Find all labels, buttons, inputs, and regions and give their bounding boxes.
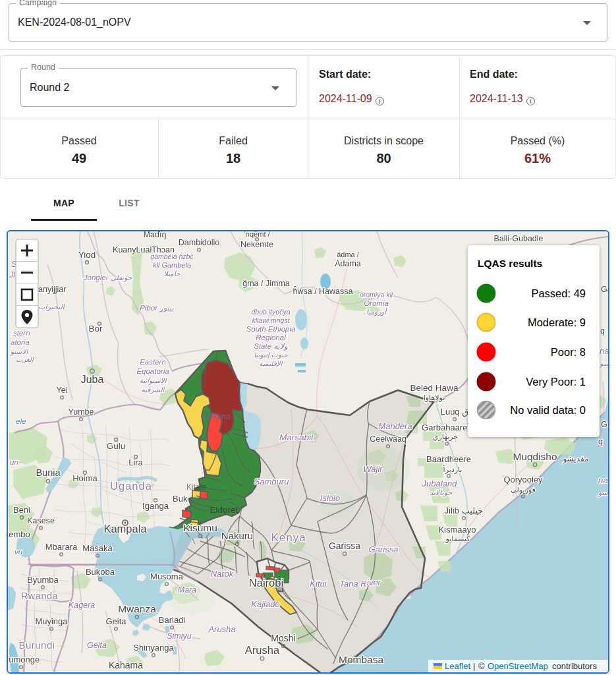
svg-text:Yumbe: Yumbe [69,407,94,417]
svg-text:البحيرات: البحيرات [38,303,66,311]
svg-text:Mwanza: Mwanza [118,603,156,614]
svg-text:Mbarara: Mbarara [45,542,78,552]
svg-text:Jubaland: Jubaland [422,479,458,488]
svg-text:مقديشو: مقديشو [562,454,588,464]
svg-text:بولاهاوا: بولاهاوا [424,394,445,402]
svg-text:الإفليمية: الإفليمية [259,359,283,368]
svg-text:Garissa: Garissa [329,541,360,551]
svg-text:iver: iver [367,577,381,587]
svg-text:naa: naa [600,346,608,356]
svg-text:Passed: 49: Passed: 49 [531,287,586,299]
svg-text:Iganga: Iganga [142,501,169,511]
svg-text:Wajir: Wajir [363,464,383,474]
svg-text:Turkana: Turkana [202,412,230,421]
svg-text:Narok: Narok [211,569,235,579]
svg-text:Nairobi: Nairobi [249,577,283,589]
svg-text:Nekemte: Nekemte [240,240,273,249]
svg-text:Jonglei: Jonglei [83,274,108,281]
svg-text:No valid data: 0: No valid data: 0 [510,404,586,416]
svg-text:Arusha: Arusha [208,624,235,634]
svg-text:جنوب إثيوبيا: جنوب إثيوبيا [254,351,288,359]
svg-text:LQAS results: LQAS results [478,258,542,269]
svg-text:Garissa: Garissa [369,544,399,554]
svg-text:Kasese: Kasese [27,516,55,525]
svg-text:Madïŋ: Madïŋ [144,231,167,239]
svg-text:Rumonge: Rumonge [8,655,40,664]
svg-text:|: | [473,661,475,671]
svg-text:Equatoria: Equatoria [136,367,169,375]
svg-text:ĥwsa / Hawassa: ĥwsa / Hawassa [293,286,352,296]
svg-text:Lira: Lira [128,457,143,467]
svg-text:Bukoba: Bukoba [86,567,115,577]
svg-text:contributors: contributors [552,661,597,671]
svg-text:Dambidollo: Dambidollo [179,238,220,247]
svg-text:Regional: Regional [256,334,286,341]
svg-text:ğma / Jimma: ğma / Jimma [242,279,290,288]
svg-text:Yei: Yei [57,386,68,395]
svg-text:Mandera: Mandera [378,421,412,431]
svg-text:Kitui: Kitui [310,579,327,589]
svg-text:Uganda: Uganda [110,480,152,492]
svg-text:ädma /: ädma / [337,250,360,258]
svg-text:Nakuru: Nakuru [221,530,253,541]
svg-text:South Ethiopia: South Ethiopia [246,325,296,333]
svg-text:جوبالاند: جوبالاند [430,488,452,497]
svg-text:Kahama: Kahama [109,660,143,670]
svg-text:حامبلا: حامبلا [164,270,181,278]
svg-text:Geita: Geita [105,616,126,626]
svg-text:سو: سو [598,359,608,368]
svg-text:Qoryooley: Qoryooley [503,475,543,484]
svg-text:Hoima: Hoima [72,473,98,483]
svg-text:Bariadi: Bariadi [159,615,186,625]
svg-text:Ceelwaaq: Ceelwaaq [370,434,406,444]
svg-text:Kajiado: Kajiado [251,599,279,609]
svg-text:Yiod: Yiod [78,250,96,260]
svg-text:Leaflet: Leaflet [445,661,470,671]
svg-text:Bunia: Bunia [36,467,61,478]
svg-text:q: q [598,437,603,446]
svg-text:utembo: utembo [8,529,30,539]
svg-text:vu: vu [14,548,23,556]
svg-text:oromiya kll: oromiya kll [360,291,393,299]
svg-text:الاستوائية: الاستوائية [140,376,167,385]
svg-text:G.: G. [601,420,608,429]
svg-text:naa: naa [598,475,608,485]
svg-text:Muqdisho: Muqdisho [513,451,557,462]
svg-text:Adama: Adama [335,259,361,268]
svg-text:dbub ityočya: dbub ityočya [252,308,291,316]
svg-text:أوروميا: أوروميا [366,307,387,316]
svg-text:جونفلى: جونفلى [111,274,132,282]
svg-text:Oromia: Oromia [364,299,389,307]
svg-text:Gulu: Gulu [107,441,126,451]
svg-text:q: q [600,326,605,336]
svg-text:Rwanda: Rwanda [21,591,59,601]
svg-text:anyijjiar: anyijjiar [38,285,66,294]
svg-text:gämbéla ĥzbč: gämbéla ĥzbč [150,252,194,260]
svg-text:OpenStreetMap: OpenStreetMap [488,661,548,671]
svg-text:©: © [478,661,485,671]
svg-text:الشرقية: الشرقية [141,386,165,394]
svg-text:ʼnqëmt /: ʼnqëmt / [244,231,270,238]
svg-text:Kitale: Kitale [186,483,206,492]
svg-text:Arusha: Arusha [245,644,280,656]
svg-text:سو: سو [597,488,608,497]
svg-text:Byumba: Byumba [27,575,59,585]
svg-text:Isiolo: Isiolo [320,493,340,503]
svg-text:Shinyanga: Shinyanga [133,643,174,653]
svg-text:Very Poor: 1: Very Poor: 1 [526,376,586,388]
svg-text:stern: stern [13,329,30,337]
svg-text:الاستو: الاستو [9,347,28,356]
svg-text:Balli-Gubadle: Balli-Gubadle [493,234,543,243]
svg-text:Kagera: Kagera [69,601,95,610]
svg-text:Moshi: Moshi [271,633,295,643]
svg-text:كيسمايو: كيسمايو [445,535,471,543]
svg-text:Masaka: Masaka [82,543,113,553]
svg-text:Pibor بيبور: Pibor بيبور [140,304,174,312]
svg-text:Geita: Geita [87,641,107,650]
svg-text:Musoma: Musoma [150,572,184,581]
svg-text:Burundi: Burundi [18,639,55,651]
svg-text:Marsabit: Marsabit [279,432,314,442]
svg-text:State ولاية: State ولاية [254,342,288,351]
svg-text:الغرب: الغرب [16,355,34,364]
svg-text:باردبرآ: باردبرآ [443,465,462,474]
